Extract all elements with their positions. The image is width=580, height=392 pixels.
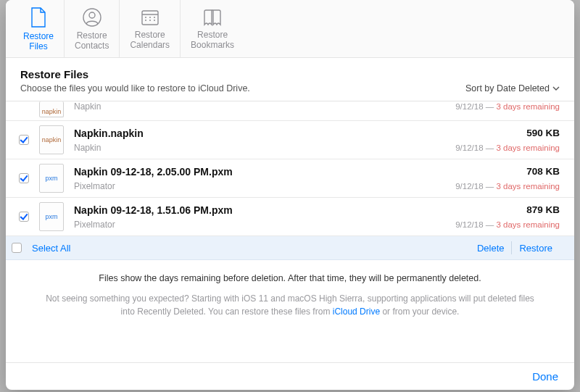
action-bar: Select All Delete Restore [6,236,574,260]
toolbar: Restore Files Restore Contacts Restore C… [6,0,574,58]
tab-label-a: Restore [23,31,54,41]
tab-label-b: Contacts [75,41,109,51]
svg-point-1 [89,12,95,18]
file-type-icon: pxm [39,164,64,193]
file-checkbox[interactable] [19,212,29,222]
contact-icon [82,7,102,28]
delete-button[interactable]: Delete [470,243,512,254]
tab-restore-calendars[interactable]: Restore Calendars [120,0,181,57]
file-row-partial[interactable]: napkin Napkin 9/12/18 — 3 days remaining [6,101,574,121]
tab-label-b: Bookmarks [191,40,234,50]
content: Restore Files Choose the files you would… [6,58,574,362]
bookmark-icon [202,8,223,27]
restore-sheet: Restore Files Restore Contacts Restore C… [6,0,574,390]
file-name: Napkin.napkin [74,128,434,139]
file-meta: 9/12/18 — 3 days remaining [436,182,560,191]
file-row[interactable]: pxm Napkin 09-12-18, 1.51.06 PM.pxm 879 … [6,198,574,236]
file-source: Pixelmator [74,181,434,191]
file-meta: 9/12/18 — 3 days remaining [436,220,560,229]
file-type-icon: pxm [39,202,64,231]
note-primary: Files show the days remaining before del… [42,273,538,283]
file-source: Pixelmator [74,220,434,230]
file-list: napkin Napkin 9/12/18 — 3 days remaining… [6,101,574,260]
sort-button[interactable]: Sort by Date Deleted [465,83,560,93]
file-size: 879 KB [436,204,560,215]
file-type-icon: napkin [39,125,64,154]
tab-label-a: Restore [135,30,165,40]
file-name: Napkin 09-12-18, 2.05.00 PM.pxm [74,166,434,178]
calendar-icon [140,8,160,27]
file-source: Napkin [74,143,434,153]
footnotes: Files show the days remaining before del… [6,260,574,318]
subtitle: Choose the files you would like to resto… [20,83,250,93]
page-title: Restore Files [6,58,574,83]
file-size: 590 KB [436,128,560,138]
restore-button[interactable]: Restore [512,243,560,254]
file-row[interactable]: pxm Napkin 09-12-18, 2.05.00 PM.pxm 708 … [6,159,574,198]
tab-restore-files[interactable]: Restore Files [13,0,65,57]
select-all-checkbox[interactable] [12,243,22,253]
select-all-link[interactable]: Select All [32,243,70,254]
file-meta: 9/12/18 — 3 days remaining [436,143,560,152]
file-type-icon: napkin [39,101,64,117]
file-icon [29,7,48,28]
icloud-drive-link[interactable]: iCloud Drive [333,306,380,317]
note-secondary: Not seeing something you expected? Start… [42,292,538,318]
tab-restore-bookmarks[interactable]: Restore Bookmarks [181,0,244,57]
file-checkbox[interactable] [19,135,29,145]
footer: Done [6,362,574,390]
tab-label-b: Calendars [130,40,170,50]
file-name: Napkin 09-12-18, 1.51.06 PM.pxm [74,204,434,216]
file-meta: 9/12/18 — 3 days remaining [436,102,560,111]
file-source: Napkin [74,101,434,112]
subtitle-row: Choose the files you would like to resto… [6,83,574,101]
chevron-down-icon [552,86,560,91]
file-size: 708 KB [436,166,560,177]
tab-restore-contacts[interactable]: Restore Contacts [65,0,120,57]
tab-label-a: Restore [77,30,107,41]
tab-label-b: Files [29,41,47,51]
file-row[interactable]: napkin Napkin.napkin 590 KB Napkin 9/12/… [6,121,574,159]
done-button[interactable]: Done [532,370,558,383]
file-checkbox[interactable] [19,173,29,183]
tab-label-a: Restore [197,30,228,40]
sort-label: Sort by Date Deleted [465,83,550,93]
